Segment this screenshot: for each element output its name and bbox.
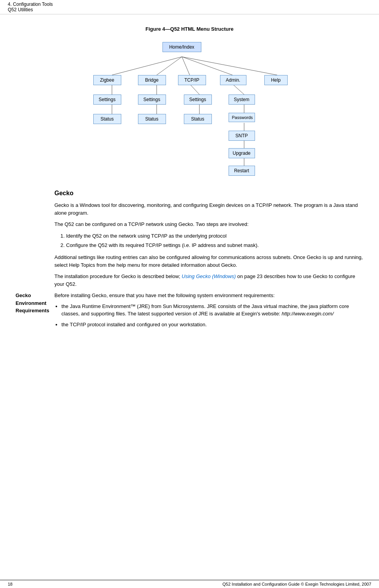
gecko-step-2: Configure the Q52 with its required TCP/… xyxy=(66,242,363,250)
svg-line-0 xyxy=(112,57,182,75)
gecko-section: Gecko Gecko is a Windows tool for discov… xyxy=(54,190,363,288)
node-admin-upgrade: Upgrade xyxy=(229,148,255,158)
gecko-para1: Gecko is a Windows tool for discovering,… xyxy=(54,201,363,217)
node-home: Home/Index xyxy=(162,42,201,52)
diagram-container: Home/Index Zigbee Settings Status Bridge… xyxy=(16,38,363,178)
node-help: Help xyxy=(264,75,288,85)
gecko-env-bullets: the Java Runtime Environment™ (JRE) from… xyxy=(61,303,363,329)
main-content: Figure 4—Q52 HTML Menu Structure xyxy=(0,14,379,359)
gecko-para2: The Q52 can be configured on a TCP/IP ne… xyxy=(54,220,363,228)
gecko-heading: Gecko xyxy=(54,190,363,197)
gecko-step-1: Identify the Q52 on the network using TC… xyxy=(66,232,363,240)
gecko-env-section: Gecko Environment Requirements Before in… xyxy=(16,292,363,331)
node-zigbee-status: Status xyxy=(93,114,121,124)
gecko-env-body: Before installing Gecko, ensure that you… xyxy=(54,292,363,331)
svg-line-9 xyxy=(190,84,199,94)
node-zigbee: Zigbee xyxy=(93,75,121,85)
page-footer: 18 Q52 Installation and Configuration Gu… xyxy=(0,580,379,588)
node-tcpip-status: Status xyxy=(184,114,212,124)
chapter-title: 4. Configuration Tools xyxy=(8,2,371,7)
gecko-para3: Additional settings like routing entries… xyxy=(54,254,363,269)
svg-line-4 xyxy=(182,57,277,75)
gecko-env-bullet-2: the TCP/IP protocol installed and config… xyxy=(61,321,363,329)
svg-line-1 xyxy=(157,57,182,75)
gecko-env-intro: Before installing Gecko, ensure that you… xyxy=(54,292,363,299)
svg-line-2 xyxy=(182,57,190,75)
node-admin-system: System xyxy=(229,94,255,105)
section-title: Q52 Utilities xyxy=(8,7,371,12)
node-admin-passwords: Passwords xyxy=(229,113,255,122)
menu-structure-diagram: Home/Index Zigbee Settings Status Bridge… xyxy=(69,38,310,178)
footer-copyright: Q52 Installation and Configuration Guide… xyxy=(222,582,371,586)
node-admin-sntp: SNTP xyxy=(229,131,255,141)
page-header: 4. Configuration Tools Q52 Utilities xyxy=(0,0,379,14)
node-bridge-status: Status xyxy=(138,114,166,124)
node-tcpip: TCP/IP xyxy=(178,75,206,85)
gecko-para4-before: The installation procedure for Gecko is … xyxy=(54,273,182,279)
gecko-env-label: Gecko Environment Requirements xyxy=(16,292,54,315)
node-tcpip-settings: Settings xyxy=(184,94,212,105)
gecko-link[interactable]: Using Gecko (Windows) xyxy=(182,273,236,279)
svg-line-11 xyxy=(232,84,244,94)
diagram-lines xyxy=(69,38,310,178)
gecko-steps-list: Identify the Q52 on the network using TC… xyxy=(66,232,363,250)
node-zigbee-settings: Settings xyxy=(93,94,121,105)
node-admin: Admin. xyxy=(220,75,246,85)
figure-title: Figure 4—Q52 HTML Menu Structure xyxy=(16,26,363,32)
node-bridge: Bridge xyxy=(138,75,166,85)
node-admin-restart: Restart xyxy=(229,166,255,176)
footer-page-number: 18 xyxy=(8,582,12,586)
node-bridge-settings: Settings xyxy=(138,94,166,105)
svg-line-3 xyxy=(182,57,232,75)
gecko-para4: The installation procedure for Gecko is … xyxy=(54,273,363,288)
gecko-url: http://www.exegin.com/ xyxy=(282,311,334,317)
gecko-env-bullet-1: the Java Runtime Environment™ (JRE) from… xyxy=(61,303,363,318)
